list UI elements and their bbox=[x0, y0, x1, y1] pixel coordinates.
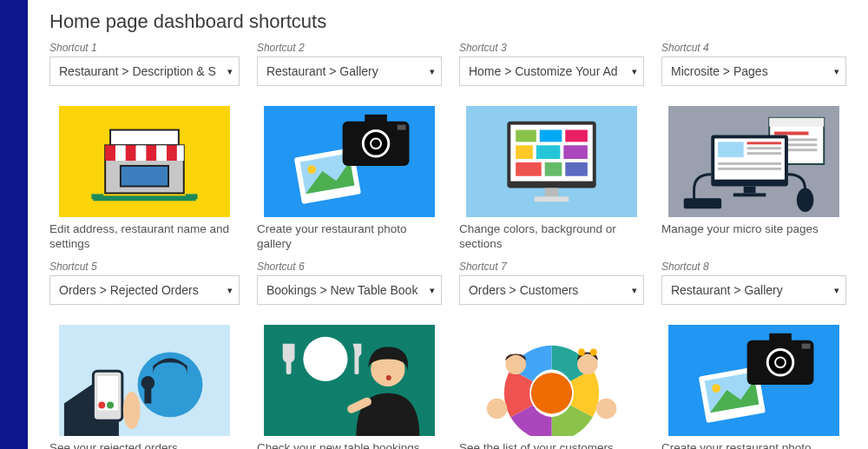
svg-rect-3 bbox=[186, 194, 198, 199]
svg-point-64 bbox=[98, 401, 105, 408]
customers-icon bbox=[459, 325, 644, 436]
gallery-icon bbox=[257, 106, 442, 217]
svg-rect-87 bbox=[769, 333, 792, 342]
svg-rect-9 bbox=[115, 145, 126, 161]
rejected-orders-icon bbox=[49, 325, 240, 436]
shortcut-card-4[interactable]: Manage your micro site pages bbox=[661, 93, 846, 252]
svg-point-66 bbox=[123, 392, 141, 429]
shortcut-select-8[interactable]: Restaurant > Gallery ▾ bbox=[661, 275, 846, 305]
select-value: Restaurant > Gallery bbox=[661, 275, 846, 305]
svg-rect-34 bbox=[536, 145, 561, 159]
shortcut-card-2[interactable]: Create your restaurant photo gallery bbox=[257, 93, 442, 252]
select-value: Restaurant > Description & S bbox=[49, 56, 240, 86]
select-value: Restaurant > Gallery bbox=[257, 56, 442, 86]
page-title: Home page dashboard shortcuts bbox=[49, 10, 846, 33]
chevron-down-icon: ▾ bbox=[834, 284, 839, 295]
chevron-down-icon: ▾ bbox=[430, 284, 435, 295]
shortcut-label: Shortcut 3 bbox=[459, 42, 644, 54]
svg-point-23 bbox=[363, 131, 389, 157]
shortcut-caption: Change colors, background or sections bbox=[459, 222, 644, 252]
shortcut-block-6: Shortcut 6 Bookings > New Table Book ▾ bbox=[257, 259, 442, 305]
shortcut-select-3[interactable]: Home > Customize Your Ad ▾ bbox=[459, 56, 644, 86]
shortcut-caption: See your rejected orders bbox=[49, 441, 240, 449]
shortcut-card-8[interactable]: Create your restaurant photo gallery bbox=[661, 312, 846, 449]
shortcut-card-6[interactable]: Check your new table bookings bbox=[257, 312, 442, 449]
gallery-icon bbox=[661, 325, 846, 436]
svg-rect-10 bbox=[126, 145, 136, 161]
shortcut-caption: Create your restaurant photo gallery bbox=[257, 222, 442, 252]
svg-rect-22 bbox=[398, 125, 406, 130]
shortcut-select-5[interactable]: Orders > Rejected Orders ▾ bbox=[49, 275, 240, 305]
customize-icon bbox=[459, 106, 644, 217]
shortcut-block-8: Shortcut 8 Restaurant > Gallery ▾ bbox=[661, 259, 846, 305]
svg-rect-6 bbox=[121, 166, 168, 187]
chevron-down-icon: ▾ bbox=[430, 66, 435, 77]
svg-point-80 bbox=[487, 398, 508, 419]
svg-rect-12 bbox=[146, 145, 156, 161]
svg-rect-11 bbox=[136, 145, 147, 161]
svg-point-65 bbox=[107, 401, 114, 408]
svg-point-57 bbox=[797, 188, 814, 213]
shortcut-select-6[interactable]: Bookings > New Table Book ▾ bbox=[257, 275, 442, 305]
select-value: Orders > Customers bbox=[459, 275, 644, 305]
shortcut-select-4[interactable]: Microsite > Pages ▾ bbox=[661, 56, 846, 86]
svg-rect-33 bbox=[516, 145, 533, 159]
svg-rect-55 bbox=[733, 193, 766, 196]
svg-rect-41 bbox=[769, 118, 824, 127]
svg-rect-36 bbox=[516, 162, 542, 176]
shortcut-card-5[interactable]: See your rejected orders bbox=[49, 312, 240, 449]
svg-rect-32 bbox=[565, 130, 588, 142]
svg-rect-52 bbox=[718, 162, 781, 165]
shortcut-caption: Edit address, restaurant name and settin… bbox=[49, 222, 240, 252]
svg-rect-14 bbox=[167, 145, 177, 161]
shortcut-caption: Check your new table bookings bbox=[257, 441, 442, 449]
svg-rect-54 bbox=[744, 187, 756, 194]
shortcut-block-7: Shortcut 7 Orders > Customers ▾ bbox=[459, 259, 644, 305]
svg-point-79 bbox=[590, 348, 597, 355]
shortcut-caption: Manage your micro site pages bbox=[661, 222, 846, 237]
shortcut-block-1: Shortcut 1 Restaurant > Description & S … bbox=[49, 40, 240, 86]
chevron-down-icon: ▾ bbox=[227, 66, 233, 77]
svg-rect-50 bbox=[747, 147, 781, 149]
svg-rect-28 bbox=[545, 188, 559, 197]
shortcut-select-2[interactable]: Restaurant > Gallery ▾ bbox=[257, 56, 442, 86]
shortcut-label: Shortcut 1 bbox=[49, 42, 240, 54]
svg-rect-61 bbox=[144, 383, 151, 404]
svg-rect-30 bbox=[516, 130, 536, 142]
svg-rect-2 bbox=[91, 194, 103, 199]
shortcut-label: Shortcut 5 bbox=[49, 261, 240, 273]
svg-rect-49 bbox=[747, 142, 781, 144]
svg-point-89 bbox=[767, 349, 793, 375]
shortcut-card-1[interactable]: Edit address, restaurant name and settin… bbox=[49, 93, 240, 252]
svg-point-73 bbox=[386, 375, 391, 380]
svg-rect-35 bbox=[563, 145, 588, 159]
chevron-down-icon: ▾ bbox=[227, 284, 233, 295]
svg-point-68 bbox=[303, 337, 347, 381]
svg-point-81 bbox=[596, 398, 617, 419]
svg-rect-88 bbox=[802, 343, 811, 348]
svg-rect-1 bbox=[93, 195, 195, 201]
shortcut-block-3: Shortcut 3 Home > Customize Your Ad ▾ bbox=[459, 40, 644, 86]
svg-rect-42 bbox=[774, 132, 808, 135]
microsite-icon bbox=[661, 106, 846, 217]
main-content: Home page dashboard shortcuts Shortcut 1… bbox=[28, 0, 868, 449]
shortcut-card-7[interactable]: See the list of your customers bbox=[459, 312, 644, 449]
svg-rect-8 bbox=[105, 145, 115, 161]
svg-rect-4 bbox=[110, 130, 179, 146]
shortcut-block-5: Shortcut 5 Orders > Rejected Orders ▾ bbox=[49, 259, 240, 305]
svg-rect-53 bbox=[718, 168, 781, 170]
select-value: Orders > Rejected Orders bbox=[49, 275, 240, 305]
select-value: Bookings > New Table Book bbox=[257, 275, 442, 305]
shortcut-card-3[interactable]: Change colors, background or sections bbox=[459, 93, 644, 252]
select-value: Microsite > Pages bbox=[661, 56, 846, 86]
storefront-icon bbox=[49, 106, 240, 217]
bookings-icon bbox=[257, 325, 442, 436]
svg-point-75 bbox=[531, 373, 572, 413]
svg-rect-15 bbox=[177, 145, 184, 161]
shortcut-select-7[interactable]: Orders > Customers ▾ bbox=[459, 275, 644, 305]
shortcut-label: Shortcut 2 bbox=[257, 42, 442, 54]
select-value: Home > Customize Your Ad bbox=[459, 56, 644, 86]
shortcut-caption: See the list of your customers bbox=[459, 441, 644, 449]
svg-rect-21 bbox=[365, 115, 387, 123]
shortcut-select-1[interactable]: Restaurant > Description & S ▾ bbox=[49, 56, 240, 86]
